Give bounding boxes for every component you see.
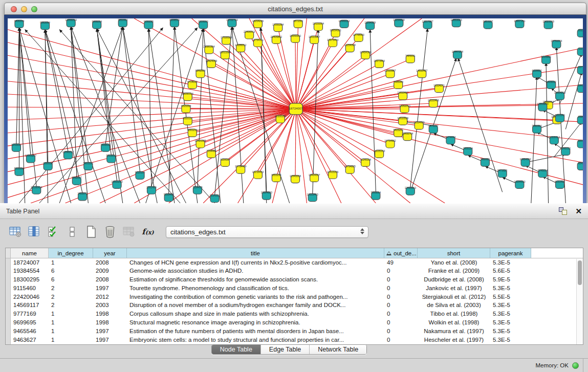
paper-node-yellow[interactable]: 8320117 (183, 117, 192, 125)
cell-pagerank[interactable]: 5.5E-5 (490, 293, 531, 301)
paper-node-teal[interactable]: 14069254 (66, 18, 77, 27)
hub-paper-node[interactable]: 18724007 (289, 103, 303, 115)
cell-out-de-[interactable]: 0 (384, 267, 418, 276)
cell-in-degree[interactable]: 6 (49, 276, 93, 285)
cell-out-de-[interactable]: 0 (384, 310, 418, 319)
paper-node-teal[interactable]: 7906512 (100, 143, 111, 152)
paper-node-teal[interactable]: 10914213 (554, 91, 565, 100)
cell-name[interactable]: 9699695 (11, 319, 49, 327)
new-column-icon[interactable] (83, 224, 99, 239)
cell-year[interactable]: 2008 (93, 258, 127, 267)
cell-title[interactable]: Tourette syndrome. Phenomenology and cla… (127, 284, 384, 293)
cell-title[interactable]: Changes of HCN gene expression and I(f) … (127, 258, 384, 267)
paper-node-yellow[interactable]: 15414307 (309, 173, 320, 182)
cell-in-degree[interactable]: 1 (49, 327, 93, 336)
paper-node-yellow[interactable]: 11610427 (397, 91, 408, 100)
cell-out-de-[interactable]: 0 (384, 327, 418, 336)
paper-node-teal[interactable]: 16447294 (452, 50, 463, 59)
close-panel-icon[interactable]: ✕ (575, 207, 582, 215)
paper-node-teal[interactable]: 8131410 (555, 180, 565, 189)
paper-node-teal[interactable]: 12034 (577, 139, 583, 148)
cell-short[interactable]: Dudbridge et al. (2008) (418, 276, 490, 285)
column-header-name[interactable]: name (11, 248, 49, 258)
cell-year[interactable]: 1997 (93, 336, 127, 344)
function-builder-icon[interactable]: f(x) (140, 224, 156, 239)
paper-node-teal[interactable]: 9105460 (164, 193, 174, 202)
paper-node-teal[interactable]: 8320540 (555, 114, 565, 122)
column-header-pagerank[interactable]: pagerank (490, 248, 531, 258)
cell-in-degree[interactable]: 2 (49, 284, 93, 293)
paper-node-teal[interactable]: 7851413 (118, 18, 128, 27)
paper-node-teal[interactable]: 7254410 (192, 186, 203, 194)
paper-node-teal[interactable]: 9513010 (106, 154, 117, 163)
cell-short[interactable]: Stergiakouli et al. (2012) (418, 293, 490, 301)
paper-node-teal[interactable]: 15023109 (542, 20, 554, 29)
cell-pagerank[interactable]: 5.3E-5 (490, 319, 531, 327)
table-row[interactable]: 946362711997Embryonic stem cells: a mode… (6, 336, 583, 344)
cell-title[interactable]: Embryonic stem cells: a model to study s… (127, 336, 384, 344)
paper-node-teal[interactable]: 10294510 (514, 180, 525, 189)
cell-title[interactable]: Corpus callosum shape and size in male p… (127, 310, 384, 319)
paper-node-yellow[interactable]: 12754311 (252, 38, 264, 47)
paper-node-yellow[interactable]: 10390114 (182, 92, 193, 101)
paper-node-teal[interactable]: 9245012 (561, 147, 571, 156)
column-header-in-degree[interactable]: in_degree (49, 248, 93, 258)
paper-node-teal[interactable]: 12217987 (422, 20, 433, 29)
cell-year[interactable]: 2009 (93, 267, 127, 276)
cell-out-de-[interactable]: 49 (384, 258, 418, 267)
cell-name[interactable]: 14569117 (11, 301, 49, 310)
cell-name[interactable]: 9463627 (11, 336, 49, 344)
float-panel-icon[interactable] (559, 207, 568, 215)
cell-title[interactable]: Estimation of the future numbers of pati… (127, 327, 384, 336)
paper-node-teal[interactable]: 2091406 (146, 186, 157, 194)
paper-node-teal[interactable]: 10553290 (111, 180, 122, 189)
cell-in-degree[interactable]: 1 (49, 310, 93, 319)
cell-pagerank[interactable]: 5.3E-5 (490, 327, 531, 336)
delete-column-icon[interactable] (102, 224, 118, 239)
cell-short[interactable]: Franke et al. (2009) (418, 267, 490, 276)
paper-node-yellow[interactable]: 12213987 (309, 35, 320, 44)
paper-node-yellow[interactable]: 11813209 (220, 51, 231, 59)
paper-node-teal[interactable]: 12190414 (31, 186, 42, 194)
cell-pagerank[interactable]: 5.9E-5 (490, 276, 531, 285)
paper-node-yellow[interactable]: 15424009 (206, 59, 217, 68)
paper-node-yellow[interactable]: 22406812 (271, 35, 282, 44)
paper-node-teal[interactable]: 2260518 (43, 162, 53, 170)
paper-node-teal[interactable]: 2935114 (463, 147, 473, 156)
paper-node-yellow[interactable]: 10975403 (327, 38, 338, 47)
paper-node-yellow[interactable]: 21581304 (203, 45, 214, 54)
cell-year[interactable]: 2008 (93, 276, 127, 285)
cell-short[interactable]: Tibbo et al. (1998) (418, 310, 490, 319)
paper-node-yellow[interactable]: 8342004 (195, 69, 206, 78)
paper-node-teal[interactable]: 12090217 (62, 150, 74, 159)
cell-in-degree[interactable]: 1 (49, 336, 93, 344)
paper-node-teal[interactable]: 12774 (577, 65, 583, 74)
table-row[interactable]: 2242004622012Investigating the contribut… (6, 293, 583, 301)
table-row[interactable]: 977716911998Corpus callosum shape and si… (6, 310, 583, 319)
cell-out-de-[interactable]: 0 (384, 319, 418, 327)
unselect-all-icon[interactable] (64, 224, 80, 239)
paper-node-teal[interactable]: 9406309 (14, 19, 25, 28)
paper-node-teal[interactable]: 6119912 (532, 69, 542, 78)
paper-node-teal[interactable]: 10127 (577, 29, 583, 37)
paper-node-teal[interactable]: 92450 (577, 162, 583, 170)
cell-out-de-[interactable]: 0 (384, 284, 418, 293)
paper-node-teal[interactable]: 9474444 (446, 136, 456, 144)
cell-out-de-[interactable]: 0 (384, 336, 418, 344)
paper-node-yellow[interactable]: 9154307 (220, 158, 230, 167)
select-columns-icon[interactable] (26, 224, 42, 239)
cell-title[interactable]: Genome-wide association studies in ADHD. (127, 267, 384, 276)
cell-in-degree[interactable]: 2 (49, 293, 93, 301)
paper-node-teal[interactable]: 8562094 (40, 21, 50, 30)
paper-node-teal[interactable]: 10553287 (25, 154, 36, 163)
paper-node-yellow[interactable]: 12162013 (399, 104, 410, 113)
paper-node-yellow[interactable]: 15654321 (330, 29, 341, 37)
cell-pagerank[interactable]: 5.3E-5 (490, 284, 531, 293)
cell-name[interactable]: 9777169 (11, 310, 49, 319)
cell-year[interactable]: 1997 (93, 327, 127, 336)
cell-short[interactable]: de Silva et al. (2003) (418, 301, 490, 310)
cell-in-degree[interactable]: 2 (49, 301, 93, 310)
cell-year[interactable]: 2012 (93, 293, 127, 301)
paper-node-yellow[interactable]: 13210456 (428, 99, 439, 107)
paper-node-teal[interactable]: 8562017 (72, 176, 82, 185)
